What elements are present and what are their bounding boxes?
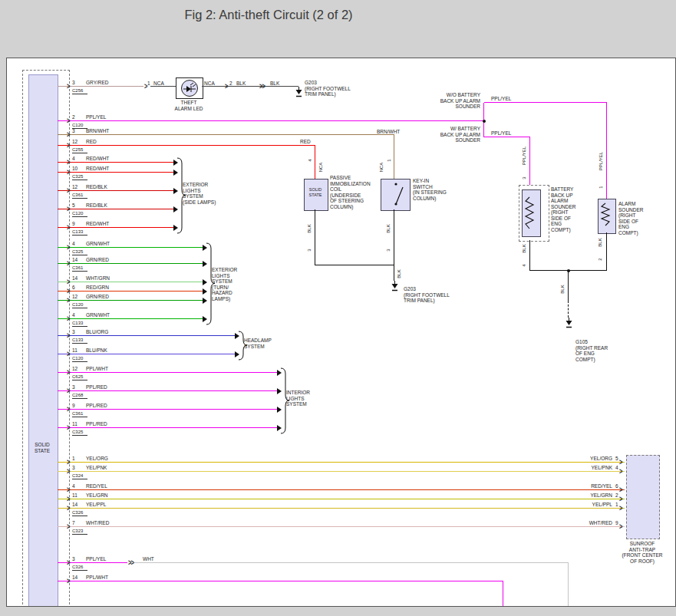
connector-chevron-icon: > — [67, 204, 69, 213]
pin-wire — [58, 190, 173, 191]
ground-symbol-icon — [391, 281, 399, 295]
pin-wire — [58, 263, 203, 264]
battery-sounder-desc: BATTERY BACK UP ALARM SOUNDER (RIGHT SID… — [551, 186, 576, 232]
wire-segment — [606, 103, 607, 199]
rotated-label: BLK — [307, 224, 312, 232]
diagram-label: BLK — [270, 81, 279, 86]
diagram-label: BLK — [236, 81, 246, 86]
wire-segment — [503, 581, 503, 607]
connector-label: C361 — [72, 411, 87, 417]
wire-color-label: BRN/WHT — [86, 128, 109, 133]
pin-number: 4 — [72, 156, 75, 161]
rotated-label: 2 — [598, 258, 602, 260]
connector-chevron-icon: > — [619, 457, 622, 466]
connector-label: C120 — [72, 302, 87, 308]
rotated-label: 3 — [386, 249, 391, 251]
wire-color-label: YEL/ORG — [86, 456, 108, 461]
pin-wire — [58, 499, 625, 499]
alarm-sounder-coil-icon — [599, 203, 612, 230]
connector-chevron-icon: > — [67, 386, 69, 395]
pin-number: 12 — [72, 139, 77, 144]
pin-wire — [58, 291, 203, 292]
wire-color-label: PPL/WHT — [86, 366, 108, 371]
wo-battery-note: W/O BATTERY BACK UP ALARM SOUNDER — [419, 92, 480, 110]
rotated-label: BLK — [598, 238, 602, 246]
key-in-switch-icon — [382, 180, 407, 208]
ground-symbol-icon — [295, 87, 303, 101]
sunroof-module-box — [626, 455, 660, 539]
pin-number: 5 — [72, 203, 75, 208]
wire-color-label: BLU/ORG — [86, 329, 108, 334]
alarm-sounder-desc: ALARM SOUNDER (RIGHT SIDE OF ENG COMPT) — [618, 201, 644, 236]
pin-number: 3 — [72, 329, 75, 334]
pin-wire — [58, 209, 173, 209]
connector-label: C326 — [72, 510, 87, 516]
wire-color-label: YEL/GRN — [575, 492, 612, 498]
pin-number: 4 — [72, 312, 75, 318]
pin-number: 14 — [72, 575, 77, 580]
coil-zigzag-icon — [599, 203, 612, 227]
connector-chevron-icon: > — [619, 522, 622, 531]
g105-label: G105 (RIGHT REAR OF ENG COMPT) — [575, 339, 608, 362]
wire-segment — [568, 301, 569, 318]
connector-label: C133 — [72, 338, 87, 344]
coil-zigzag-icon — [523, 196, 536, 230]
connector-label: C325 — [72, 249, 87, 255]
rotated-label: BLK — [386, 224, 391, 232]
diagram-panel: >3GRY/REDC256>2PPL/YELC120>3BRN/WHT>12RE… — [6, 58, 676, 607]
wire-color-label: YEL/PPL — [86, 502, 106, 507]
connector-label: C133 — [72, 321, 87, 327]
wire-segment — [394, 265, 394, 281]
rotated-label: NCA — [318, 163, 323, 173]
connector-chevron-icon: > — [67, 314, 69, 323]
pin-number: 4 — [615, 465, 618, 470]
ground-symbol-icon — [565, 318, 573, 332]
wire-segment — [315, 209, 315, 265]
wire-color-label: PPL/WHT — [86, 575, 108, 580]
wire-color-label: GRN/WHT — [86, 241, 110, 246]
wire-color-label: RED/GRN — [86, 285, 109, 290]
rotated-label: PPL/YEL — [522, 147, 526, 165]
wire-color-label: GRN/RED — [86, 257, 109, 262]
g203-mid-label: G203 (RIGHT FOOTWELL TRIM PANEL) — [404, 286, 450, 304]
inline-connector-icon: >> — [259, 81, 265, 91]
exterior-lights-turn-label: EXTERIOR LIGHTS SYSTEM (TURN/ HAZARD LAM… — [212, 267, 237, 301]
pin-wire — [58, 120, 484, 121]
connector-chevron-icon: > — [67, 331, 69, 340]
wire-segment — [394, 209, 394, 265]
title-bar: Fig 2: Anti-theft Circuit (2 of 2) — [0, 0, 537, 29]
connector-chevron-icon: > — [67, 503, 69, 512]
wire-color-label: RED/YEL — [575, 483, 612, 489]
rotated-label: BLK — [522, 244, 526, 252]
diagram-label: RED — [300, 139, 311, 144]
connector-chevron-icon: > — [67, 576, 69, 585]
connector-label: C323 — [72, 529, 87, 535]
rotated-label: BLK — [397, 269, 401, 278]
wire-segment — [529, 137, 530, 185]
pin-number: 5 — [615, 456, 618, 461]
connector-chevron-icon: > — [67, 157, 69, 166]
pin-number: 6 — [615, 483, 618, 489]
connector-chevron-icon: > — [67, 242, 69, 252]
exterior-lights-side-label: EXTERIOR LIGHTS SYSTEM (SIDE LAMPS) — [183, 182, 216, 205]
pin-wire — [58, 335, 235, 336]
pin-wire — [58, 462, 625, 463]
battery-sounder-coil-icon — [523, 196, 536, 233]
wire-color-label: WHT/GRN — [86, 275, 110, 281]
immobilization-coil-desc: PASSIVE IMMOBILIZATION COIL (UNDERSIDE O… — [330, 175, 371, 209]
pin-number: 11 — [72, 348, 77, 353]
wire-color-label: RED/WHT — [86, 166, 109, 171]
pin-number: 1 — [72, 456, 75, 461]
pin-number: 12 — [72, 366, 77, 371]
wire-segment — [484, 102, 607, 103]
inline-connector-icon: >> — [128, 558, 134, 567]
pin-number: 3 — [72, 80, 75, 85]
interior-lights-label: INTERIOR LIGHTS SYSTEM — [286, 390, 310, 407]
connector-chevron-icon: > — [67, 466, 69, 476]
wire-color-label: PPL/RED — [86, 384, 107, 390]
pin-number: 3 — [72, 556, 75, 562]
wire-color-label: BLU/PNK — [86, 348, 107, 353]
connector-chevron-icon: > — [67, 259, 69, 268]
wire-color-label: WHT/RED — [575, 520, 612, 525]
connector-chevron-icon: > — [619, 494, 622, 503]
